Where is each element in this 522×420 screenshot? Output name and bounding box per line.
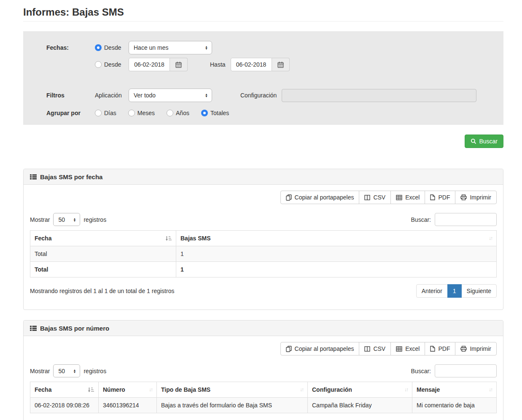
file-pdf-icon	[430, 194, 435, 200]
excel-button[interactable]: Excel	[390, 191, 425, 204]
column-header-mensaje[interactable]: Mensaje ↓↑	[412, 382, 497, 398]
calendar-icon	[277, 62, 284, 68]
fecha-desde-group: 06-02-2018	[129, 58, 188, 71]
fecha-hasta-calendar-button[interactable]	[272, 58, 290, 71]
fecha-desde-calendar-button[interactable]	[170, 58, 188, 71]
copy-button[interactable]: Copiar al portapapeles	[280, 191, 360, 204]
radio-selected-icon[interactable]	[95, 44, 102, 51]
buscar-button[interactable]: Buscar	[465, 135, 503, 148]
registros-label: registros	[83, 368, 106, 374]
length-control: Mostrar 50 ▲▼ registros	[30, 364, 106, 377]
select-stepper-icon: ▲▼	[73, 218, 76, 222]
column-header-configuracion[interactable]: Configuración ↓↑	[308, 382, 412, 398]
radio-unselected-icon[interactable]	[95, 61, 102, 68]
table-footer-row: Total 1	[30, 262, 497, 277]
table-row[interactable]: 06-02-2018 09:08:26 34601396214 Bajas a …	[30, 398, 497, 413]
page-container: Informes: Bajas SMS Fechas: Desde Hace u…	[23, 0, 503, 420]
mostrar-label: Mostrar	[30, 216, 50, 223]
print-button-label: Imprimir	[470, 194, 491, 201]
radio-unselected-icon[interactable]	[128, 110, 135, 116]
configuracion-label: Configuración	[240, 92, 282, 99]
list-icon	[30, 326, 37, 331]
file-pdf-icon	[430, 346, 435, 352]
buscar-row: Buscar	[23, 135, 503, 148]
fecha-hasta-input[interactable]: 06-02-2018	[231, 58, 272, 71]
panel-bajas-por-fecha: Bajas SMS por fecha Copiar al portapapel…	[23, 169, 503, 310]
length-select[interactable]: 50 ▲▼	[53, 364, 80, 377]
search-control: Buscar:	[411, 213, 497, 226]
radio-dias[interactable]: Días	[95, 110, 116, 116]
print-button[interactable]: Imprimir	[455, 342, 497, 355]
print-button[interactable]: Imprimir	[455, 191, 497, 204]
pdf-button[interactable]: PDF	[425, 342, 455, 355]
excel-button[interactable]: Excel	[390, 342, 425, 355]
radio-desde-quick[interactable]: Desde	[95, 44, 129, 51]
radio-totales-label: Totales	[210, 110, 229, 116]
mostrar-label: Mostrar	[30, 368, 50, 374]
pagination-page-1-button[interactable]: 1	[447, 284, 462, 298]
copy-button[interactable]: Copiar al portapapeles	[280, 342, 360, 355]
panel-numero-body: Copiar al portapapeles CSV Excel PDF	[24, 336, 503, 420]
column-header-configuracion-label: Configuración	[312, 386, 352, 393]
aplicacion-select[interactable]: Ver todo ▲▼	[129, 89, 212, 102]
fecha-desde-input[interactable]: 06-02-2018	[129, 58, 170, 71]
column-header-fecha[interactable]: Fecha	[30, 382, 99, 398]
select-stepper-icon: ▲▼	[205, 93, 208, 97]
radio-totales[interactable]: Totales	[201, 110, 229, 116]
radio-anos[interactable]: Años	[167, 110, 189, 116]
csv-button[interactable]: CSV	[359, 342, 391, 355]
csv-button-label: CSV	[373, 345, 385, 352]
export-buttons-row: Copiar al portapapeles CSV Excel PDF	[30, 342, 497, 355]
csv-button[interactable]: CSV	[359, 191, 391, 204]
panel-numero-heading: Bajas SMS por número	[24, 320, 503, 336]
buscar-input-label: Buscar:	[411, 368, 431, 374]
radio-anos-label: Años	[176, 110, 189, 116]
filtros-label: Filtros	[46, 92, 95, 99]
pagination-next-button[interactable]: Siguiente	[461, 284, 497, 298]
csv-button-label: CSV	[373, 194, 385, 201]
table-row[interactable]: Total 1	[30, 246, 497, 262]
configuracion-input[interactable]	[282, 89, 476, 102]
radio-meses[interactable]: Meses	[128, 110, 155, 116]
column-header-tipo[interactable]: Tipo de Baja SMS ↓↑	[157, 382, 308, 398]
length-select[interactable]: 50 ▲▼	[53, 213, 80, 226]
sort-amount-asc-icon	[88, 387, 94, 393]
records-info: Mostrando registros del 1 al 1 de un tot…	[30, 288, 174, 294]
agrupar-label: Agrupar por	[46, 110, 95, 116]
copy-button-label: Copiar al portapapeles	[295, 345, 354, 352]
table-header-row: Fecha Bajas SMS ↓↑	[30, 231, 497, 246]
column-header-numero-label: Número	[103, 386, 125, 393]
sort-both-icon: ↓↑	[404, 387, 408, 393]
search-icon	[471, 138, 476, 144]
fecha-rapida-select[interactable]: Hace un mes ▲▼	[129, 41, 212, 54]
buscar-button-label: Buscar	[479, 138, 498, 145]
fecha-rapida-select-value: Hace un mes	[134, 44, 168, 51]
footer-cell-bajas: 1	[176, 262, 497, 277]
bajas-por-numero-table: Fecha Número ↓↑ Tipo de Baja SMS ↓↑ C	[30, 382, 497, 413]
filtros-row: Filtros Aplicación Ver todo ▲▼ Configura…	[46, 89, 476, 102]
calendar-icon	[175, 62, 182, 68]
radio-desde-range[interactable]: Desde	[95, 61, 129, 68]
columns-icon	[364, 346, 370, 352]
sort-both-icon: ↓↑	[300, 387, 303, 393]
radio-unselected-icon[interactable]	[167, 110, 173, 116]
table-info-row: Mostrando registros del 1 al 1 de un tot…	[30, 284, 497, 298]
search-input[interactable]	[435, 213, 497, 226]
panel-bajas-por-numero: Bajas SMS por número Copiar al portapape…	[23, 320, 503, 420]
length-select-value: 50	[58, 216, 65, 223]
excel-button-label: Excel	[405, 194, 420, 201]
column-header-fecha[interactable]: Fecha	[30, 231, 176, 246]
column-header-bajas-sms[interactable]: Bajas SMS ↓↑	[176, 231, 497, 246]
agrupar-row: Agrupar por Días Meses Años Totales	[46, 110, 476, 116]
pdf-button[interactable]: PDF	[425, 191, 455, 204]
aplicacion-select-value: Ver todo	[134, 92, 156, 99]
table-controls-row: Mostrar 50 ▲▼ registros Buscar:	[30, 364, 497, 377]
radio-selected-icon[interactable]	[201, 110, 208, 116]
radio-unselected-icon[interactable]	[95, 110, 102, 116]
pagination-prev-button[interactable]: Anterior	[416, 284, 448, 298]
search-input[interactable]	[435, 364, 497, 377]
column-header-numero[interactable]: Número ↓↑	[99, 382, 157, 398]
bajas-por-fecha-table: Fecha Bajas SMS ↓↑ Total 1	[30, 230, 497, 277]
sort-both-icon: ↓↑	[149, 387, 152, 393]
table-icon	[396, 346, 402, 352]
